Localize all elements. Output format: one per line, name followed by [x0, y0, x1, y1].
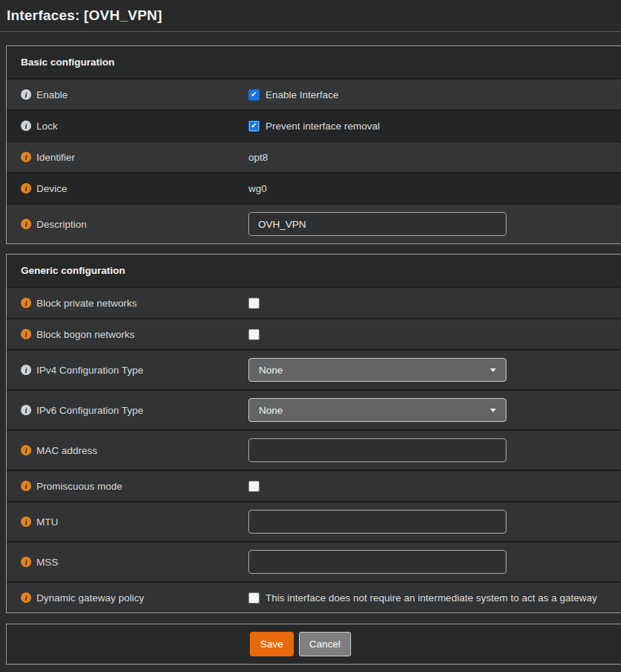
field-label-text: Description — [36, 219, 87, 230]
info-icon[interactable]: i — [21, 121, 31, 131]
row-block-bogon-networks: iBlock bogon networks — [7, 318, 621, 349]
field-content: opt8 — [248, 152, 621, 163]
device-value: wg0 — [248, 183, 267, 194]
field-content: wg0 — [248, 183, 621, 194]
field-content — [248, 550, 621, 574]
content-area: Basic configuration iEnable✔Enable Inter… — [0, 32, 621, 665]
select-value: None — [259, 405, 283, 416]
field-label: iIPv4 Configuration Type — [7, 365, 248, 376]
row-ipv6-configuration-type: iIPv6 Configuration TypeNone — [7, 389, 621, 429]
field-content — [248, 481, 621, 492]
select-value: None — [259, 365, 283, 376]
row-lock: iLock✔Prevent interface removal — [7, 109, 621, 141]
field-label-text: Identifier — [36, 152, 75, 163]
mss-input[interactable] — [248, 550, 506, 574]
row-dynamic-gateway-policy: iDynamic gateway policyThis interface do… — [7, 581, 621, 612]
info-icon[interactable]: i — [21, 557, 31, 567]
field-label-text: MTU — [36, 516, 58, 528]
field-label: iMSS — [7, 557, 248, 568]
section-title: Basic configuration — [21, 57, 115, 68]
section-title: Generic configuration — [21, 265, 125, 276]
field-label: iDevice — [7, 183, 248, 194]
chevron-down-icon — [490, 368, 496, 372]
generic-configuration-panel: Generic configuration iBlock private net… — [6, 254, 621, 613]
info-icon[interactable]: i — [21, 445, 31, 455]
field-label: iBlock private networks — [7, 298, 248, 309]
field-label: iPromiscuous mode — [7, 481, 248, 492]
enable-checkbox[interactable]: ✔ — [248, 89, 260, 100]
enable-checkbox-label: Enable Interface — [266, 89, 338, 100]
info-icon[interactable]: i — [21, 298, 31, 308]
info-icon[interactable]: i — [21, 365, 31, 375]
field-content: ✔Prevent interface removal — [248, 121, 621, 132]
mac-address-input[interactable] — [248, 438, 506, 462]
info-icon[interactable]: i — [21, 152, 31, 162]
field-label: iBlock bogon networks — [7, 329, 248, 340]
row-identifier: iIdentifieropt8 — [7, 141, 621, 172]
field-content — [248, 510, 621, 534]
field-content — [248, 298, 621, 309]
chevron-down-icon — [490, 409, 496, 412]
ipv4-configuration-type-select[interactable]: None — [248, 358, 506, 382]
field-content: ✔Enable Interface — [248, 89, 621, 100]
row-block-private-networks: iBlock private networks — [7, 287, 621, 318]
info-icon[interactable]: i — [21, 592, 31, 603]
field-label-text: Lock — [36, 121, 58, 132]
description-input[interactable] — [248, 212, 506, 236]
field-label-text: IPv4 Configuration Type — [36, 365, 144, 376]
save-button[interactable]: Save — [250, 632, 294, 656]
lock-checkbox[interactable]: ✔ — [248, 121, 260, 132]
field-label: iIPv6 Configuration Type — [7, 405, 248, 416]
field-content: None — [248, 398, 621, 422]
block-bogon-networks-checkbox[interactable] — [248, 329, 260, 340]
info-icon[interactable]: i — [21, 481, 31, 491]
info-icon[interactable]: i — [21, 183, 31, 193]
block-private-networks-checkbox[interactable] — [248, 298, 260, 309]
info-icon[interactable]: i — [21, 329, 31, 339]
identifier-value: opt8 — [248, 152, 268, 163]
basic-configuration-header: Basic configuration — [7, 46, 621, 78]
row-enable: iEnable✔Enable Interface — [7, 78, 621, 109]
field-label-text: Block private networks — [36, 298, 137, 309]
field-label-text: MAC address — [36, 445, 97, 456]
action-bar: Save Cancel — [6, 624, 621, 665]
field-content: This interface does not require an inter… — [248, 592, 621, 604]
field-label-text: Block bogon networks — [36, 329, 135, 340]
field-label: iIdentifier — [7, 152, 248, 163]
lock-checkbox-label: Prevent interface removal — [266, 121, 380, 132]
page-header: Interfaces: [OVH_VPN] — [0, 0, 621, 32]
field-label: iDynamic gateway policy — [7, 592, 248, 604]
mtu-input[interactable] — [248, 510, 506, 534]
field-label: iEnable — [7, 89, 248, 100]
field-label: iDescription — [7, 219, 248, 230]
field-content: None — [248, 358, 621, 382]
basic-configuration-panel: Basic configuration iEnable✔Enable Inter… — [6, 45, 621, 244]
ipv6-configuration-type-select[interactable]: None — [248, 398, 506, 422]
info-icon[interactable]: i — [21, 219, 31, 229]
field-label: iMAC address — [7, 445, 248, 456]
row-description: iDescription — [7, 203, 621, 243]
field-label-text: Promiscuous mode — [36, 481, 123, 492]
info-icon[interactable]: i — [21, 405, 31, 415]
page-title: Interfaces: [OVH_VPN] — [7, 7, 162, 24]
cancel-button[interactable]: Cancel — [299, 632, 351, 656]
field-label-text: Device — [36, 183, 67, 194]
field-label: iMTU — [7, 516, 248, 528]
dynamic-gateway-policy-checkbox-label: This interface does not require an inter… — [266, 592, 597, 604]
field-content — [248, 212, 621, 236]
generic-configuration-header: Generic configuration — [7, 255, 621, 287]
field-label: iLock — [7, 121, 248, 132]
field-label-text: Dynamic gateway policy — [36, 592, 144, 604]
field-content — [248, 329, 621, 340]
row-mtu: iMTU — [7, 501, 621, 541]
row-ipv4-configuration-type: iIPv4 Configuration TypeNone — [7, 349, 621, 389]
field-label-text: MSS — [36, 557, 58, 568]
row-device: iDevicewg0 — [7, 172, 621, 203]
field-content — [248, 438, 621, 462]
promiscuous-mode-checkbox[interactable] — [248, 481, 260, 492]
field-label-text: IPv6 Configuration Type — [36, 405, 144, 416]
dynamic-gateway-policy-checkbox[interactable] — [248, 592, 260, 604]
row-mss: iMSS — [7, 541, 621, 581]
info-icon[interactable]: i — [21, 89, 31, 100]
info-icon[interactable]: i — [21, 516, 31, 527]
